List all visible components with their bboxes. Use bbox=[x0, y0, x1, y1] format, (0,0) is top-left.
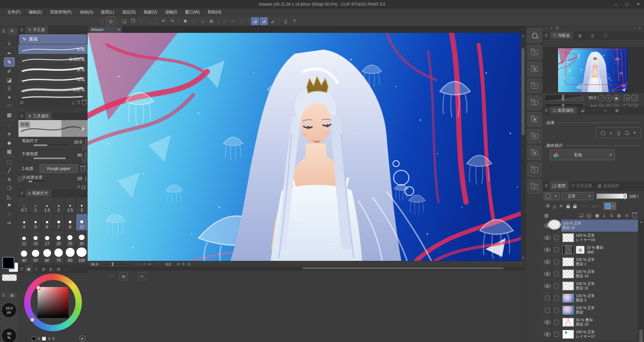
menu-item-6[interactable]: 选区(S) bbox=[118, 8, 140, 16]
material-palette-7[interactable]: ▨ bbox=[528, 146, 542, 160]
subtool-item-partial[interactable] bbox=[18, 95, 88, 99]
material-palette-9[interactable]: 人 bbox=[528, 179, 542, 193]
clip-at-layer-below-icon[interactable]: ⧉ bbox=[546, 203, 549, 209]
menu-item-3[interactable]: 页面管理(P) bbox=[46, 8, 76, 16]
border-tab[interactable]: ▭ bbox=[599, 107, 611, 114]
canvas-tab[interactable]: Artwork × bbox=[89, 26, 122, 33]
canvas-document[interactable] bbox=[88, 33, 521, 261]
layer-checkbox[interactable] bbox=[554, 235, 559, 240]
layer-scroll-down-icon[interactable]: ⌄ bbox=[640, 337, 643, 340]
layer-checkbox[interactable] bbox=[554, 320, 559, 325]
fit-to-area-icon[interactable]: ⤢ bbox=[632, 95, 638, 101]
brush-size-badge[interactable]: 10.0px bbox=[2, 303, 16, 317]
airbrush-tool[interactable]: ⠿ bbox=[4, 84, 14, 93]
brush-size-1[interactable]: 1 bbox=[30, 197, 41, 214]
brush-size-40[interactable]: 40 bbox=[18, 247, 30, 264]
eye-icon[interactable] bbox=[544, 260, 551, 264]
approximate-color-tab[interactable]: ▩ bbox=[55, 265, 62, 273]
material-palette-6[interactable]: ✻ bbox=[528, 129, 542, 143]
layer-visibility-cell[interactable] bbox=[543, 328, 552, 340]
dock-grip[interactable]: ☰ bbox=[556, 26, 559, 30]
lock-transparent-pixels-icon[interactable] bbox=[573, 206, 577, 208]
layer-row-content[interactable]: 100 % 正常图层 16 bbox=[561, 220, 638, 232]
layer-visibility-cell[interactable] bbox=[543, 268, 552, 280]
layer-edit-cell[interactable] bbox=[552, 268, 561, 280]
panel-list-view-icon[interactable]: ▤ bbox=[544, 213, 548, 218]
brush-tool[interactable]: ✐ bbox=[4, 67, 14, 75]
brush-size-15[interactable]: 15 bbox=[30, 231, 41, 247]
layers-tab-历史记录[interactable]: ↺历史记录 bbox=[568, 181, 595, 190]
ruler-tool[interactable]: ⚑ bbox=[4, 201, 14, 210]
collapse-footer-icon[interactable]: ⌄⌄ bbox=[109, 273, 114, 277]
brush-size-4[interactable]: 4 bbox=[18, 214, 30, 231]
scroll-up-icon[interactable]: ▲ bbox=[522, 34, 525, 37]
horizontal-scroll-thumb[interactable] bbox=[302, 267, 504, 269]
material-palette-4[interactable]: ▒ bbox=[528, 96, 542, 110]
opacity-slider[interactable] bbox=[34, 158, 69, 159]
navigator-menu-icon[interactable]: ☰ bbox=[543, 34, 550, 38]
blend-tool[interactable]: ◠ bbox=[4, 102, 14, 110]
redo-button[interactable]: ↷ bbox=[168, 17, 176, 25]
lock-layer-icon[interactable] bbox=[566, 206, 570, 208]
navigator-view-rect[interactable] bbox=[565, 49, 626, 85]
layer-checkbox[interactable] bbox=[554, 308, 559, 312]
layer-row[interactable]: 100 % 正常图层 bbox=[543, 304, 638, 317]
brush-size-50[interactable]: 50 bbox=[30, 247, 41, 264]
eye-icon[interactable] bbox=[544, 332, 551, 336]
eyedropper-tool[interactable]: ✑ bbox=[4, 218, 14, 227]
subtool-item-4[interactable]: 蜡笔 bbox=[18, 74, 88, 84]
layer-property-menu-icon[interactable]: ☰ bbox=[543, 108, 550, 113]
clip-studio-button[interactable]: ◎ bbox=[106, 17, 115, 25]
layer-row[interactable]: 100 % 正常レイヤー17 bbox=[543, 328, 638, 341]
brush-opacity-badge[interactable]: 90% bbox=[2, 329, 16, 342]
layers-tab-图层[interactable]: ❏图层 bbox=[550, 181, 568, 190]
open-file-button[interactable]: ❐ bbox=[129, 17, 137, 25]
quick-search-palette[interactable] bbox=[528, 28, 542, 43]
detail-settings-icon[interactable] bbox=[82, 186, 86, 190]
transparent-color-swatch[interactable] bbox=[2, 274, 17, 281]
tone-effect-icon[interactable]: ◐ bbox=[610, 131, 612, 135]
paper-density-value[interactable]: 20 bbox=[78, 176, 82, 181]
figure-tool[interactable]: ◺ bbox=[4, 192, 14, 201]
import-subtool-icon[interactable]: ⤓ bbox=[72, 100, 74, 105]
border-effect-icon[interactable]: ◯ bbox=[600, 131, 605, 135]
layer-opacity-value[interactable]: 100 bbox=[629, 194, 636, 199]
snap-ruler-button[interactable]: ⊿ bbox=[251, 17, 259, 25]
tool-palette-tab[interactable]: ✎ bbox=[7, 27, 17, 35]
material-palette-2[interactable]: ▨ bbox=[528, 62, 542, 76]
opacity-value[interactable]: 90 bbox=[78, 153, 82, 158]
snap-grid-button[interactable]: ⊿ bbox=[268, 17, 277, 25]
create-mask-button[interactable]: ◍ bbox=[617, 213, 621, 218]
timeline-button[interactable]: ▤ bbox=[119, 272, 128, 280]
layer-visibility-cell[interactable] bbox=[543, 316, 552, 328]
reset-rotation-icon[interactable]: ⊙ bbox=[186, 262, 192, 267]
material-palette-5[interactable]: ▣ bbox=[528, 112, 542, 126]
color-slider-tab[interactable]: ☰ bbox=[33, 265, 40, 273]
layer-row[interactable]: 100 % 正常图层 3 bbox=[543, 292, 638, 304]
text-tool[interactable]: A bbox=[4, 175, 14, 183]
layer-row[interactable]: ▨15 % 叠加油絵 bbox=[543, 244, 638, 256]
sv-selector[interactable] bbox=[36, 286, 40, 290]
layer-row-content[interactable]: 100 % 正常レイヤー16 bbox=[561, 232, 638, 244]
material-palette-1[interactable]: ✕ bbox=[528, 45, 542, 59]
zoom-in-icon[interactable]: + bbox=[141, 262, 147, 267]
brush-size-25[interactable]: 25 bbox=[64, 231, 76, 247]
check-all-icon[interactable]: ☑ bbox=[20, 100, 23, 105]
dock-collapse-icon[interactable]: ‹ bbox=[546, 26, 547, 30]
layer-edit-cell[interactable] bbox=[552, 232, 561, 244]
zoom-slider-thumb[interactable] bbox=[562, 95, 564, 101]
brush-size-80[interactable]: 80 bbox=[64, 247, 76, 264]
layer-scroll-thumb[interactable] bbox=[639, 330, 643, 342]
preview-lock-icon[interactable] bbox=[82, 128, 85, 130]
help-button[interactable]: ? bbox=[290, 17, 298, 25]
brush-size-30[interactable]: 30 bbox=[76, 231, 88, 247]
color-wheel[interactable] bbox=[18, 273, 88, 342]
clear-outside-button[interactable]: ⌂ bbox=[199, 17, 207, 25]
palette-type-dropdown[interactable]: ▼ bbox=[544, 192, 560, 200]
canvas-zoom-slider[interactable] bbox=[101, 263, 133, 265]
layer-edit-cell[interactable] bbox=[552, 244, 561, 256]
layer-checkbox[interactable] bbox=[554, 260, 559, 264]
subtool-group-sketch[interactable]: ✎ 素描 bbox=[19, 35, 87, 44]
duplicate-subtool-icon[interactable]: ❐ bbox=[76, 100, 80, 105]
layer-edit-cell[interactable] bbox=[552, 280, 561, 292]
